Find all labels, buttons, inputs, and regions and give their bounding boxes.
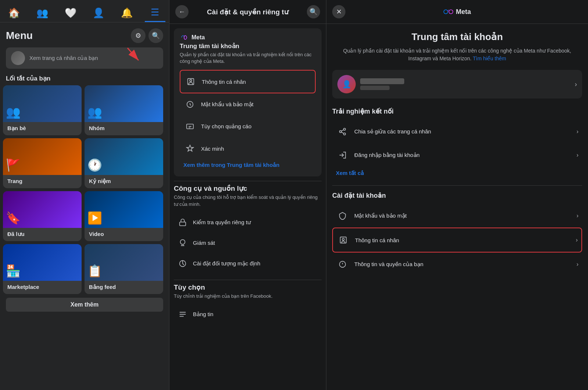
shortcut-memories[interactable]: 🕐 Kỷ niệm <box>85 138 163 188</box>
ad-options-label: Tùy chọn quảng cáo <box>201 123 251 130</box>
account-separator-1 <box>332 185 582 186</box>
account-main-desc: Quản lý phần cài đặt tài khoản và trải n… <box>332 47 582 62</box>
info-privacy-label: Thông tin và quyền của bạn <box>354 261 571 268</box>
shortcut-groups[interactable]: 👥 Nhóm <box>85 85 163 135</box>
meta-logo-row: Meta <box>180 34 316 41</box>
personal-info-account-item[interactable]: Thông tin cá nhân › <box>332 228 582 253</box>
account-main-title: Trung tâm tài khoản <box>332 31 582 43</box>
password-shield-icon <box>336 209 349 222</box>
feed-icon: 📋 <box>87 264 102 278</box>
nav-bell-icon[interactable]: 🔔 <box>116 4 137 22</box>
shortcut-saved[interactable]: 🔖 Đã lưu <box>3 191 82 241</box>
memories-icon: 🕐 <box>87 158 102 172</box>
nav-home-icon[interactable]: 🏠 <box>4 4 24 22</box>
login-icon <box>336 149 349 162</box>
profile-card-chevron-icon: › <box>575 80 577 88</box>
shortcut-pages[interactable]: 🚩 Trang <box>3 138 82 188</box>
search-button[interactable]: 🔍 <box>148 28 163 43</box>
menu-title: Menu <box>6 30 33 42</box>
svg-line-1 <box>128 48 139 61</box>
friends-icon: 👥 <box>6 105 21 119</box>
privacy-check-item[interactable]: Kiểm tra quyền riêng tư <box>174 212 322 233</box>
monitor-label: Giám sát <box>193 240 215 246</box>
profile-avatar <box>11 51 25 65</box>
ad-options-item[interactable]: Tùy chọn quảng cáo <box>180 115 316 137</box>
account-content: Trung tâm tài khoản Quản lý phần cài đặt… <box>326 24 588 390</box>
shortcut-feed-label: Bảng feed <box>85 281 163 294</box>
shortcut-video-thumb: ▶️ <box>85 191 163 228</box>
login-chevron-icon: › <box>577 152 578 158</box>
meta-logo-icon <box>180 35 189 40</box>
monitor-item[interactable]: Giám sát <box>174 233 322 253</box>
nav-heart-icon[interactable]: 🤍 <box>60 4 81 22</box>
nav-profile-icon[interactable]: 👤 <box>88 4 109 22</box>
svg-rect-6 <box>180 222 186 226</box>
account-close-button[interactable]: ✕ <box>332 5 345 18</box>
personal-info-icon <box>184 75 197 88</box>
password-security-item[interactable]: Mật khẩu và bảo mật <box>180 93 316 115</box>
nav-menu-icon[interactable]: ☰ <box>145 4 165 22</box>
account-profile-card[interactable]: 👤 › <box>332 70 582 99</box>
default-audience-item[interactable]: Cài đặt đối tượng mặc định <box>174 253 322 274</box>
password-security-item[interactable]: Mật khẩu và bảo mật › <box>332 204 582 228</box>
see-more-account-link[interactable]: Xem thêm trong Trung tâm tài khoản <box>180 160 316 171</box>
shortcut-video[interactable]: ▶️ Video <box>85 191 163 241</box>
verification-label: Xác minh <box>201 146 224 152</box>
meta-infinity-icon <box>443 8 453 15</box>
personal-info-account-label: Thông tin cá nhân <box>355 237 571 243</box>
shortcut-feed[interactable]: 📋 Bảng feed <box>85 244 163 294</box>
video-icon: ▶️ <box>87 211 102 225</box>
login-account-item[interactable]: Đăng nhập bằng tài khoản › <box>332 143 582 167</box>
learn-more-link[interactable]: Tìm hiểu thêm <box>473 56 506 61</box>
svg-point-7 <box>180 240 185 244</box>
personal-info-item[interactable]: Thông tin cá nhân <box>180 70 316 93</box>
account-settings-title: Cài đặt tài khoản <box>332 192 582 200</box>
account-avatar: 👤 <box>337 75 356 93</box>
shortcut-feed-thumb: 📋 <box>85 244 163 281</box>
shortcut-groups-thumb: 👥 <box>85 85 163 122</box>
custom-title: Tùy chọn <box>174 283 322 291</box>
info-privacy-item[interactable]: Thông tin và quyền của bạn › <box>332 253 582 276</box>
shortcuts-grid: 👥 Bạn bè 👥 Nhóm 🚩 Trang 🕐 Kỷ niệm <box>0 85 169 294</box>
shortcut-friends[interactable]: 👥 Bạn bè <box>3 85 82 135</box>
settings-search-button[interactable]: 🔍 <box>307 5 320 18</box>
settings-title: Cài đặt & quyền riêng tư <box>189 8 307 16</box>
svg-point-3 <box>190 80 192 82</box>
panel-menu: 🏠 👥 🤍 👤 🔔 ☰ Menu ⚙ 🔍 Xem trang cá nhân c… <box>0 0 169 390</box>
see-more-button[interactable]: Xem thêm <box>6 298 163 312</box>
monitor-icon <box>177 237 189 249</box>
custom-section: Tùy chọn Tùy chỉnh trải nghiệm của bạn t… <box>174 283 322 325</box>
verification-item[interactable]: Xác minh <box>180 137 316 160</box>
password-icon <box>183 98 197 111</box>
share-profiles-icon <box>336 125 349 138</box>
default-audience-label: Cài đặt đối tượng mặc định <box>193 260 260 267</box>
shortcut-marketplace[interactable]: 🏪 Marketplace <box>3 244 82 294</box>
share-profiles-item[interactable]: Chia sẻ giữa các trang cá nhân › <box>332 120 582 143</box>
share-profiles-label: Chia sẻ giữa các trang cá nhân <box>354 128 571 135</box>
personal-info-chevron-icon: › <box>576 237 578 243</box>
personal-info-card-icon <box>337 233 350 247</box>
news-feed-item[interactable]: Bảng tin <box>174 304 322 325</box>
account-profile-left: 👤 <box>337 75 404 93</box>
settings-back-button[interactable]: ← <box>175 5 189 18</box>
meta-text: Meta <box>456 8 471 16</box>
password-chevron-icon: › <box>577 212 578 219</box>
ad-options-icon <box>183 120 197 133</box>
svg-point-11 <box>344 128 346 130</box>
news-feed-icon <box>177 308 189 320</box>
shortcut-pages-label: Trang <box>3 175 82 188</box>
divider-2 <box>174 280 322 280</box>
meta-label: Meta <box>191 34 205 41</box>
nav-friends-icon[interactable]: 👥 <box>32 4 53 22</box>
shortcut-marketplace-thumb: 🏪 <box>3 244 82 281</box>
see-all-link[interactable]: Xem tất cả <box>332 167 368 179</box>
red-arrow-annotation <box>122 45 144 67</box>
shortcut-saved-label: Đã lưu <box>3 228 82 241</box>
shortcut-memories-thumb: 🕐 <box>85 138 163 175</box>
svg-point-12 <box>340 130 342 133</box>
meta-account-card: Meta Trung tâm tài khoản Quản lý phần cà… <box>174 28 322 176</box>
svg-point-13 <box>344 133 346 135</box>
gear-button[interactable]: ⚙ <box>131 28 146 43</box>
login-account-label: Đăng nhập bằng tài khoản <box>354 152 571 158</box>
tools-title: Công cụ và nguồn lực <box>174 184 322 193</box>
